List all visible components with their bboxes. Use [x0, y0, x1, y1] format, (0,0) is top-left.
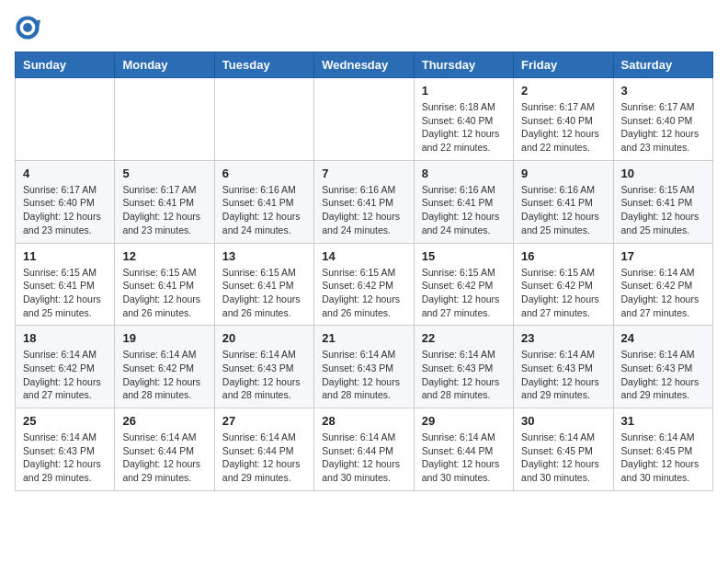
day-info: Sunrise: 6:14 AM Sunset: 6:45 PM Dayligh… — [521, 431, 605, 485]
day-info: Sunrise: 6:17 AM Sunset: 6:40 PM Dayligh… — [621, 100, 705, 155]
calendar-header: SundayMondayTuesdayWednesdayThursdayFrid… — [16, 52, 713, 78]
day-number: 28 — [322, 414, 405, 428]
day-number: 7 — [322, 167, 405, 180]
day-info: Sunrise: 6:16 AM Sunset: 6:41 PM Dayligh… — [322, 183, 405, 237]
day-info: Sunrise: 6:14 AM Sunset: 6:44 PM Dayligh… — [322, 431, 405, 485]
day-info: Sunrise: 6:17 AM Sunset: 6:41 PM Dayligh… — [122, 183, 206, 237]
calendar-week-2: 4Sunrise: 6:17 AM Sunset: 6:40 PM Daylig… — [16, 160, 713, 243]
day-number: 29 — [422, 414, 506, 428]
logo — [15, 15, 44, 40]
day-number: 9 — [521, 167, 605, 180]
day-number: 27 — [222, 414, 306, 428]
calendar-cell: 22Sunrise: 6:14 AM Sunset: 6:43 PM Dayli… — [414, 326, 513, 408]
day-number: 19 — [122, 331, 206, 345]
day-number: 3 — [621, 84, 705, 98]
calendar-cell: 20Sunrise: 6:14 AM Sunset: 6:43 PM Dayli… — [214, 326, 313, 408]
calendar-cell: 23Sunrise: 6:14 AM Sunset: 6:43 PM Dayli… — [514, 326, 613, 408]
day-info: Sunrise: 6:16 AM Sunset: 6:41 PM Dayligh… — [222, 183, 306, 237]
day-info: Sunrise: 6:14 AM Sunset: 6:43 PM Dayligh… — [422, 348, 506, 402]
calendar-cell — [16, 78, 115, 161]
calendar-cell: 31Sunrise: 6:14 AM Sunset: 6:45 PM Dayli… — [613, 408, 712, 491]
day-number: 14 — [322, 249, 405, 263]
weekday-header-wednesday: Wednesday — [314, 52, 414, 78]
calendar-cell: 11Sunrise: 6:15 AM Sunset: 6:41 PM Dayli… — [16, 243, 115, 326]
calendar-cell: 8Sunrise: 6:16 AM Sunset: 6:41 PM Daylig… — [414, 160, 513, 243]
day-number: 23 — [521, 331, 605, 345]
calendar-cell: 7Sunrise: 6:16 AM Sunset: 6:41 PM Daylig… — [314, 160, 414, 243]
day-info: Sunrise: 6:15 AM Sunset: 6:41 PM Dayligh… — [23, 266, 107, 320]
calendar-cell: 21Sunrise: 6:14 AM Sunset: 6:43 PM Dayli… — [314, 326, 414, 408]
day-number: 18 — [23, 331, 107, 345]
weekday-header-tuesday: Tuesday — [214, 52, 313, 78]
svg-point-2 — [23, 23, 32, 32]
calendar-cell: 17Sunrise: 6:14 AM Sunset: 6:42 PM Dayli… — [613, 243, 712, 326]
calendar-cell: 28Sunrise: 6:14 AM Sunset: 6:44 PM Dayli… — [314, 408, 414, 491]
day-number: 25 — [23, 414, 107, 428]
day-info: Sunrise: 6:14 AM Sunset: 6:43 PM Dayligh… — [23, 431, 107, 485]
day-number: 12 — [122, 249, 206, 263]
day-number: 15 — [422, 249, 506, 263]
day-info: Sunrise: 6:14 AM Sunset: 6:44 PM Dayligh… — [122, 431, 206, 485]
calendar-table: SundayMondayTuesdayWednesdayThursdayFrid… — [15, 52, 713, 491]
calendar-cell: 30Sunrise: 6:14 AM Sunset: 6:45 PM Dayli… — [514, 408, 613, 491]
day-number: 6 — [222, 167, 306, 180]
calendar-week-3: 11Sunrise: 6:15 AM Sunset: 6:41 PM Dayli… — [16, 243, 713, 326]
day-number: 11 — [23, 249, 107, 263]
day-number: 26 — [122, 414, 206, 428]
day-number: 2 — [521, 84, 605, 98]
calendar-cell: 29Sunrise: 6:14 AM Sunset: 6:44 PM Dayli… — [414, 408, 513, 491]
calendar-cell: 27Sunrise: 6:14 AM Sunset: 6:44 PM Dayli… — [214, 408, 313, 491]
day-number: 16 — [521, 249, 605, 263]
day-info: Sunrise: 6:14 AM Sunset: 6:44 PM Dayligh… — [222, 431, 306, 485]
calendar-week-1: 1Sunrise: 6:18 AM Sunset: 6:40 PM Daylig… — [16, 78, 713, 161]
day-info: Sunrise: 6:14 AM Sunset: 6:42 PM Dayligh… — [23, 348, 107, 402]
day-info: Sunrise: 6:16 AM Sunset: 6:41 PM Dayligh… — [422, 183, 506, 237]
day-number: 8 — [422, 167, 506, 180]
day-info: Sunrise: 6:15 AM Sunset: 6:41 PM Dayligh… — [222, 266, 306, 320]
weekday-header-saturday: Saturday — [613, 52, 712, 78]
calendar-cell: 9Sunrise: 6:16 AM Sunset: 6:41 PM Daylig… — [514, 160, 613, 243]
day-info: Sunrise: 6:14 AM Sunset: 6:43 PM Dayligh… — [621, 348, 705, 402]
day-info: Sunrise: 6:18 AM Sunset: 6:40 PM Dayligh… — [422, 100, 506, 155]
day-number: 21 — [322, 331, 405, 345]
day-number: 5 — [122, 167, 206, 180]
day-number: 24 — [621, 331, 705, 345]
calendar-cell: 6Sunrise: 6:16 AM Sunset: 6:41 PM Daylig… — [214, 160, 313, 243]
day-info: Sunrise: 6:15 AM Sunset: 6:42 PM Dayligh… — [521, 266, 605, 320]
day-number: 13 — [222, 249, 306, 263]
day-number: 31 — [621, 414, 705, 428]
day-number: 22 — [422, 331, 506, 345]
calendar-cell: 24Sunrise: 6:14 AM Sunset: 6:43 PM Dayli… — [613, 326, 712, 408]
calendar-cell: 12Sunrise: 6:15 AM Sunset: 6:41 PM Dayli… — [115, 243, 214, 326]
calendar-cell: 5Sunrise: 6:17 AM Sunset: 6:41 PM Daylig… — [115, 160, 214, 243]
day-number: 10 — [621, 167, 705, 180]
calendar-week-5: 25Sunrise: 6:14 AM Sunset: 6:43 PM Dayli… — [16, 408, 713, 491]
day-info: Sunrise: 6:17 AM Sunset: 6:40 PM Dayligh… — [521, 100, 605, 155]
calendar-cell: 15Sunrise: 6:15 AM Sunset: 6:42 PM Dayli… — [414, 243, 513, 326]
day-info: Sunrise: 6:14 AM Sunset: 6:43 PM Dayligh… — [521, 348, 605, 402]
calendar-cell: 2Sunrise: 6:17 AM Sunset: 6:40 PM Daylig… — [514, 78, 613, 161]
calendar-cell: 14Sunrise: 6:15 AM Sunset: 6:42 PM Dayli… — [314, 243, 414, 326]
day-info: Sunrise: 6:14 AM Sunset: 6:43 PM Dayligh… — [222, 348, 306, 402]
day-info: Sunrise: 6:14 AM Sunset: 6:42 PM Dayligh… — [621, 266, 705, 320]
weekday-row: SundayMondayTuesdayWednesdayThursdayFrid… — [16, 52, 713, 78]
day-number: 20 — [222, 331, 306, 345]
logo-icon — [15, 15, 40, 40]
weekday-header-thursday: Thursday — [414, 52, 513, 78]
calendar-cell — [115, 78, 214, 161]
day-info: Sunrise: 6:15 AM Sunset: 6:42 PM Dayligh… — [322, 266, 405, 320]
day-info: Sunrise: 6:15 AM Sunset: 6:41 PM Dayligh… — [621, 183, 705, 237]
day-number: 4 — [23, 167, 107, 180]
day-number: 1 — [422, 84, 506, 98]
day-info: Sunrise: 6:15 AM Sunset: 6:41 PM Dayligh… — [122, 266, 206, 320]
calendar-cell: 3Sunrise: 6:17 AM Sunset: 6:40 PM Daylig… — [613, 78, 712, 161]
calendar-cell: 1Sunrise: 6:18 AM Sunset: 6:40 PM Daylig… — [414, 78, 513, 161]
calendar-cell: 19Sunrise: 6:14 AM Sunset: 6:42 PM Dayli… — [115, 326, 214, 408]
calendar-cell: 10Sunrise: 6:15 AM Sunset: 6:41 PM Dayli… — [613, 160, 712, 243]
calendar-cell: 26Sunrise: 6:14 AM Sunset: 6:44 PM Dayli… — [115, 408, 214, 491]
day-number: 17 — [621, 249, 705, 263]
page-header — [15, 15, 713, 40]
calendar-cell: 4Sunrise: 6:17 AM Sunset: 6:40 PM Daylig… — [16, 160, 115, 243]
calendar-cell: 13Sunrise: 6:15 AM Sunset: 6:41 PM Dayli… — [214, 243, 313, 326]
day-info: Sunrise: 6:16 AM Sunset: 6:41 PM Dayligh… — [521, 183, 605, 237]
